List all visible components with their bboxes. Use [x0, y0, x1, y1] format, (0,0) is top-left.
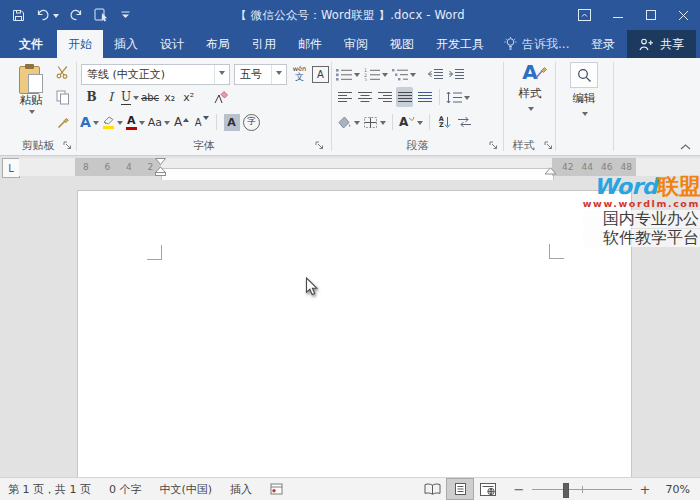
word-count[interactable]: 0 个字	[109, 482, 142, 497]
tab-view[interactable]: 视图	[379, 30, 425, 58]
tab-mailings[interactable]: 邮件	[287, 30, 333, 58]
font-name-dropdown[interactable]	[214, 65, 229, 84]
save-button[interactable]	[12, 9, 25, 22]
cut-button[interactable]	[55, 62, 72, 82]
language-indicator[interactable]: 中文(中国)	[159, 482, 212, 497]
format-painter-button[interactable]	[55, 112, 72, 132]
font-color-button[interactable]: A	[126, 112, 145, 132]
zoom-level[interactable]: 70%	[658, 483, 690, 496]
copy-button[interactable]	[55, 87, 72, 107]
minimize-button[interactable]	[601, 0, 634, 30]
sort-button[interactable]: AZ	[436, 112, 453, 132]
strikethrough-button[interactable]: abc	[141, 87, 159, 107]
shrink-font-button[interactable]: A	[193, 112, 210, 132]
multilevel-list-dropdown-arrow[interactable]	[410, 73, 416, 80]
styles-dropdown-arrow[interactable]	[528, 107, 534, 114]
tab-design[interactable]: 设计	[149, 30, 195, 58]
font-dialog-launcher[interactable]	[315, 141, 325, 151]
undo-button[interactable]	[36, 9, 59, 21]
tab-review[interactable]: 审阅	[333, 30, 379, 58]
subscript-button[interactable]: x₂	[161, 87, 178, 107]
multilevel-list-button[interactable]	[392, 64, 416, 84]
shading-button[interactable]	[336, 112, 360, 132]
asian-layout-dropdown-arrow[interactable]	[417, 121, 423, 128]
styles-dialog-launcher[interactable]	[544, 141, 554, 151]
font-size-combobox[interactable]: 五号	[234, 64, 287, 85]
web-layout-button[interactable]	[474, 478, 502, 500]
change-case-button[interactable]: Aa	[148, 112, 170, 132]
undo-dropdown-arrow[interactable]	[53, 14, 59, 21]
font-color-dropdown-arrow[interactable]	[139, 121, 145, 128]
underline-button[interactable]: U	[121, 87, 139, 107]
close-button[interactable]	[667, 0, 700, 30]
tab-layout[interactable]: 布局	[195, 30, 241, 58]
justify-button[interactable]	[396, 87, 413, 107]
text-effects-button[interactable]: A	[80, 112, 99, 132]
clipboard-dialog-launcher[interactable]	[63, 141, 73, 151]
tab-developer[interactable]: 开发工具	[425, 30, 495, 58]
document-page[interactable]	[77, 190, 632, 478]
collapse-ribbon-button[interactable]	[680, 144, 691, 150]
indent-markers[interactable]	[153, 158, 168, 176]
clear-formatting-button[interactable]	[213, 87, 230, 107]
phonetic-guide-button[interactable]: wén 文	[291, 64, 308, 84]
insert-mode-indicator[interactable]: 插入	[230, 482, 252, 497]
tab-file[interactable]: 文件	[5, 30, 57, 58]
highlight-dropdown-arrow[interactable]	[117, 121, 123, 128]
line-spacing-dropdown-arrow[interactable]	[464, 96, 470, 103]
ribbon-display-options-button[interactable]	[568, 0, 601, 30]
superscript-button[interactable]: x²	[180, 87, 197, 107]
editing-dropdown-arrow[interactable]	[582, 112, 588, 119]
right-indent-marker[interactable]	[544, 167, 557, 175]
increase-indent-button[interactable]	[447, 64, 464, 84]
print-layout-button[interactable]	[446, 478, 474, 500]
borders-dropdown-arrow[interactable]	[380, 121, 386, 128]
editing-button[interactable]: 编辑	[564, 62, 604, 117]
touch-mouse-mode-button[interactable]	[94, 8, 110, 22]
tab-references[interactable]: 引用	[241, 30, 287, 58]
paragraph-dialog-launcher[interactable]	[489, 141, 499, 151]
change-case-dropdown-arrow[interactable]	[164, 121, 170, 128]
align-left-button[interactable]	[336, 87, 353, 107]
underline-dropdown-arrow[interactable]	[133, 96, 139, 103]
tab-home[interactable]: 开始	[57, 30, 103, 58]
macro-record-button[interactable]	[270, 483, 283, 495]
page-indicator[interactable]: 第 1 页，共 1 页	[8, 482, 91, 497]
zoom-in-button[interactable]: +	[638, 482, 652, 497]
character-shading-button[interactable]: A	[223, 112, 240, 132]
tab-selector[interactable]: L	[2, 158, 20, 178]
distribute-button[interactable]	[416, 87, 433, 107]
borders-button[interactable]	[363, 112, 386, 132]
line-spacing-button[interactable]	[446, 87, 470, 107]
numbering-button[interactable]: 123	[364, 64, 388, 84]
align-right-button[interactable]	[376, 87, 393, 107]
align-center-button[interactable]	[356, 87, 373, 107]
tab-insert[interactable]: 插入	[103, 30, 149, 58]
zoom-out-button[interactable]: −	[512, 482, 526, 497]
highlight-color-button[interactable]	[102, 112, 123, 132]
numbering-dropdown-arrow[interactable]	[382, 73, 388, 80]
enclose-characters-button[interactable]: 字	[243, 112, 260, 132]
paste-button[interactable]: 粘贴	[8, 62, 54, 128]
font-name-combobox[interactable]: 等线 (中文正文)	[81, 64, 230, 85]
show-hide-marks-button[interactable]	[456, 112, 473, 132]
character-border-button[interactable]: A	[312, 64, 329, 84]
sign-in-button[interactable]: 登录	[579, 30, 627, 58]
paste-dropdown-arrow[interactable]	[29, 110, 35, 117]
zoom-slider[interactable]	[532, 482, 632, 497]
font-size-dropdown[interactable]	[271, 65, 286, 84]
shading-dropdown-arrow[interactable]	[354, 121, 360, 128]
bullets-button[interactable]	[336, 64, 360, 84]
zoom-slider-thumb[interactable]	[563, 483, 569, 498]
bold-button[interactable]: B	[83, 87, 100, 107]
customize-qat-button[interactable]	[121, 11, 130, 19]
share-button[interactable]: 共享	[627, 30, 696, 58]
styles-button[interactable]: A 样式	[510, 62, 550, 112]
bullets-dropdown-arrow[interactable]	[354, 73, 360, 80]
read-mode-button[interactable]	[418, 478, 446, 500]
asian-layout-button[interactable]: A	[399, 112, 423, 132]
decrease-indent-button[interactable]	[426, 64, 443, 84]
maximize-button[interactable]	[634, 0, 667, 30]
redo-button[interactable]	[70, 9, 83, 21]
text-effects-dropdown-arrow[interactable]	[93, 121, 99, 128]
